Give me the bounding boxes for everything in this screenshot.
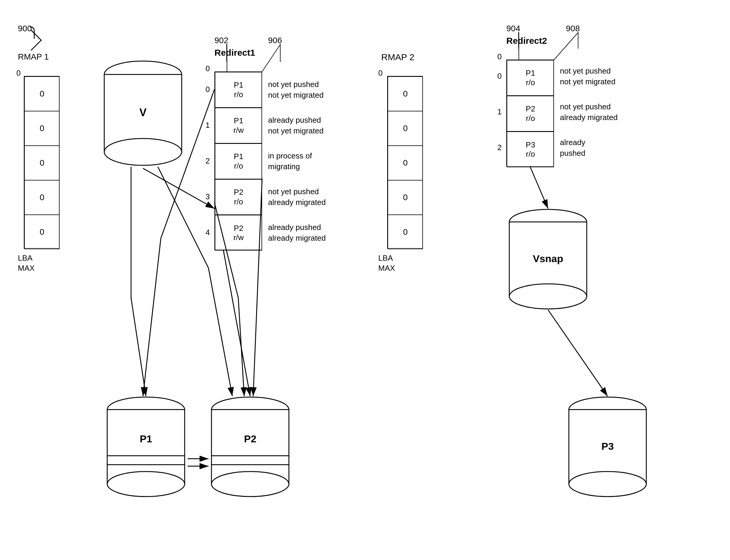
- diagram: 900 RMAP 1 0 0 0 0 0 0 LBAMAX V 902 906 …: [0, 0, 730, 560]
- rmap1-top-num: 0: [16, 69, 21, 78]
- redirect1-label: Redirect1: [214, 48, 255, 58]
- svg-line-26: [131, 298, 146, 396]
- r2-ann-2: alreadypushed: [560, 137, 585, 159]
- rmap2-cell-1: 0: [388, 111, 423, 146]
- r1-num-3: 3: [206, 192, 210, 201]
- rmap2-cell-4: 0: [388, 215, 423, 249]
- r1-ann-3: not yet pushedalready migrated: [268, 186, 326, 208]
- svg-text:P3: P3: [601, 441, 614, 452]
- cylinder-p2: P2: [208, 396, 292, 497]
- redirect1-row-1: P1r/w: [215, 108, 262, 144]
- r2-num-0: 0: [497, 71, 502, 81]
- rmap2-label: RMAP 2: [381, 52, 414, 62]
- r2-num-2: 2: [497, 143, 502, 152]
- rmap1-cell-3: 0: [24, 180, 60, 215]
- svg-line-28: [208, 268, 232, 396]
- redirect2-row-0: P1r/o: [507, 60, 554, 96]
- r1-num-2: 2: [206, 156, 210, 166]
- svg-point-6: [509, 284, 587, 309]
- redirect1-row-3: P2r/o: [215, 179, 262, 215]
- rmap1-cell-4: 0: [24, 215, 60, 249]
- svg-line-30: [143, 238, 161, 396]
- svg-line-39: [262, 44, 281, 72]
- svg-line-36: [548, 310, 608, 396]
- r2-ann-0: not yet pushednot yet migrated: [560, 66, 615, 87]
- rmap1-label: RMAP 1: [18, 52, 49, 62]
- redirect2-table: P1r/o P2r/o P3r/o: [506, 60, 554, 167]
- rmap2-top-num: 0: [378, 69, 382, 78]
- svg-line-33: [223, 250, 250, 396]
- rmap1-bottom-label: LBAMAX: [18, 253, 35, 273]
- svg-point-2: [104, 139, 182, 165]
- redirect2-label: Redirect2: [506, 36, 547, 46]
- svg-text:P2: P2: [244, 433, 256, 444]
- redirect2-top-num: 0: [497, 52, 502, 61]
- r1-num-4: 4: [206, 228, 210, 237]
- rmap2-table: 0 0 0 0 0: [387, 76, 423, 249]
- svg-line-42: [143, 168, 214, 209]
- r1-ann-2: in process ofmigrating: [268, 150, 312, 172]
- rmap1-cell-1: 0: [24, 111, 60, 146]
- r2-num-1: 1: [497, 107, 502, 116]
- rmap1-cell-2: 0: [24, 146, 60, 180]
- svg-line-37: [530, 167, 548, 209]
- cylinder-vsnap: Vsnap: [506, 209, 590, 310]
- rmap1-cell-0: 0: [24, 77, 60, 111]
- svg-line-41: [554, 32, 578, 60]
- rmap2-cell-2: 0: [388, 146, 423, 180]
- svg-text:V: V: [139, 106, 147, 119]
- svg-line-32: [238, 298, 244, 396]
- r1-num-0: 0: [206, 85, 210, 94]
- redirect1-table: P1r/o P1r/w P1r/o P2r/o P2r/w: [214, 71, 262, 250]
- svg-text:Vsnap: Vsnap: [533, 253, 563, 264]
- rmap1-table: 0 0 0 0 0: [24, 76, 60, 249]
- redirect1-row-0: P1r/o: [215, 72, 262, 108]
- svg-point-16: [211, 472, 289, 497]
- svg-text:P1: P1: [140, 433, 152, 444]
- redirect1-row-2: P1r/o: [215, 144, 262, 179]
- r1-ann-0: not yet pushednot yet migrated: [268, 79, 323, 101]
- cylinder-v: V: [101, 60, 185, 167]
- redirect1-row-4: P2r/w: [215, 215, 262, 251]
- rmap2-cell-0: 0: [388, 77, 423, 111]
- redirect1-top-num: 0: [206, 64, 210, 73]
- cylinder-p3: P3: [566, 396, 649, 497]
- r1-ann-4: already pushedalready migrated: [268, 222, 326, 244]
- redirect2-row-1: P2r/o: [507, 96, 554, 132]
- cylinder-p1: P1: [104, 396, 188, 497]
- svg-point-10: [107, 472, 185, 497]
- r1-num-1: 1: [206, 121, 210, 130]
- svg-point-22: [569, 472, 646, 497]
- r1-ann-1: already pushednot yet migrated: [268, 115, 323, 136]
- rmap2-cell-3: 0: [388, 180, 423, 215]
- svg-line-27: [158, 167, 208, 268]
- r2-ann-1: not yet pushedalready migrated: [560, 101, 618, 123]
- redirect2-row-2: P3r/o: [507, 132, 554, 167]
- rmap2-bottom-label: LBAMAX: [378, 253, 395, 273]
